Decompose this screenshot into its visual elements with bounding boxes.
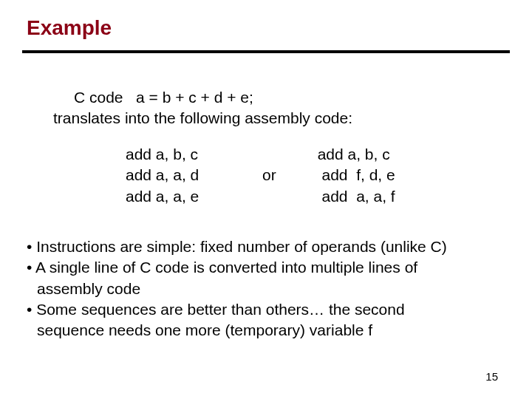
title-underline [22,50,510,53]
intro-expression: a = b + c + d + e; [136,89,253,106]
intro-c-code-label: C code [74,89,123,106]
code-left-line-3: add a, a, e [126,186,199,207]
code-right-line-1: add a, b, c [318,144,395,165]
code-right-column: add a, b, c add f, d, e add a, a, f [318,144,395,207]
page-number: 15 [485,370,498,383]
code-right-line-3: add a, a, f [318,186,395,207]
intro-block: C code a = b + c + d + e; translates int… [74,87,352,129]
bullet-list: • Instructions are simple: fixed number … [27,236,447,341]
bullet-2-cont: assembly code [37,279,447,299]
slide: Example C code a = b + c + d + e; transl… [0,0,532,399]
bullet-1: • Instructions are simple: fixed number … [27,236,447,257]
code-left-column: add a, b, c add a, a, d add a, a, e [126,144,199,207]
slide-title: Example [27,16,112,40]
intro-line-2: translates into the following assembly c… [53,108,352,129]
bullet-3: • Some sequences are better than others…… [27,299,447,320]
bullet-3-cont: sequence needs one more (temporary) vari… [37,320,447,341]
bullet-2: • A single line of C code is converted i… [27,257,447,278]
code-left-line-2: add a, a, d [126,165,199,185]
intro-line-1: C code a = b + c + d + e; [74,87,352,108]
code-left-line-1: add a, b, c [126,144,199,165]
code-area: add a, b, c add a, a, d add a, a, e or a… [74,144,458,207]
code-right-line-2: add f, d, e [318,165,395,185]
code-or-label: or [262,165,276,185]
